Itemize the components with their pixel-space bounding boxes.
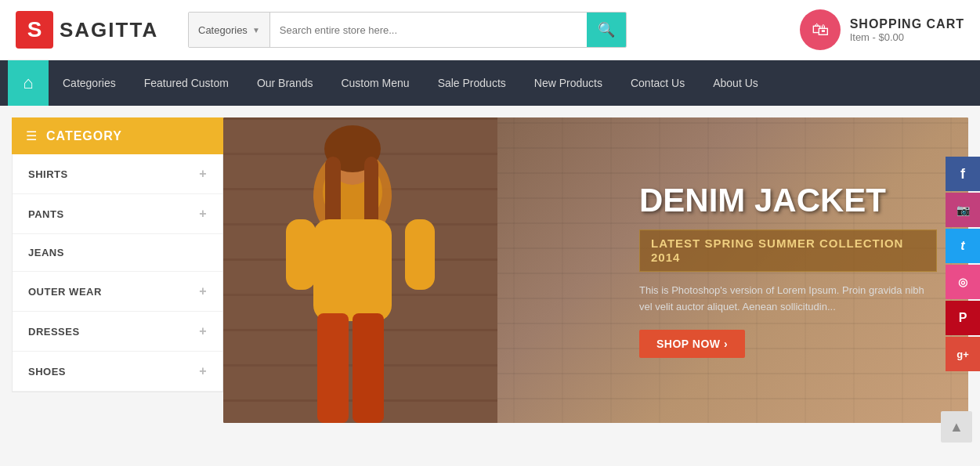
cart-title: SHOPPING CART — [850, 17, 964, 31]
banner-area: DENIM JACKET LATEST SPRING SUMMER COLLEC… — [223, 117, 968, 423]
search-input[interactable] — [270, 13, 587, 47]
nav-item-brands[interactable]: Our Brands — [243, 60, 327, 106]
banner-text-area: DENIM JACKET LATEST SPRING SUMMER COLLEC… — [639, 182, 937, 358]
sidebar-item-shoes[interactable]: SHOES + — [13, 352, 222, 392]
banner-person-area — [223, 117, 497, 423]
sidebar-item-label: DRESSES — [28, 326, 80, 338]
sidebar-list: SHIRTS + PANTS + JEANS OUTER WEAR + DRES… — [12, 154, 223, 392]
search-button[interactable]: 🔍 — [587, 13, 626, 47]
sidebar-item-label: JEANS — [28, 247, 64, 258]
logo-area: S SAGITTA — [16, 11, 172, 49]
search-area: Categories ▼ 🔍 — [188, 12, 627, 48]
sidebar-item-label: SHIRTS — [28, 168, 68, 180]
sidebar-item-jeans[interactable]: JEANS — [13, 234, 222, 272]
nav-item-featured[interactable]: Featured Custom — [130, 60, 243, 106]
dribbble-button[interactable]: ◎ — [946, 265, 980, 299]
google-plus-button[interactable]: g+ — [946, 337, 980, 371]
nav-item-sale[interactable]: Sale Products — [424, 60, 520, 106]
header: S SAGITTA Categories ▼ 🔍 🛍 SHOPPING CART… — [0, 0, 980, 60]
plus-icon: + — [199, 207, 207, 221]
navbar: ⌂ Categories Featured Custom Our Brands … — [0, 60, 980, 106]
plus-icon: + — [199, 324, 207, 338]
category-dropdown[interactable]: Categories ▼ — [189, 13, 270, 47]
sidebar-item-label: OUTER WEAR — [28, 286, 102, 298]
cart-sub: Item - $0.00 — [850, 31, 964, 43]
svg-rect-19 — [317, 313, 349, 423]
svg-rect-20 — [353, 313, 384, 423]
banner-title: DENIM JACKET — [639, 182, 937, 219]
logo-s-icon: S — [16, 11, 53, 49]
sidebar-item-label: SHOES — [28, 366, 66, 377]
sidebar-item-shirts[interactable]: SHIRTS + — [13, 154, 222, 194]
plus-icon: + — [199, 167, 207, 181]
svg-rect-18 — [405, 219, 435, 290]
nav-home-button[interactable]: ⌂ — [8, 60, 49, 106]
chevron-down-icon: ▼ — [252, 26, 260, 34]
cart-icon[interactable]: 🛍 — [800, 9, 841, 50]
plus-icon: + — [199, 284, 207, 298]
main-content: ☰ CATEGORY SHIRTS + PANTS + JEANS OUTER … — [0, 106, 980, 423]
cart-bag-icon: 🛍 — [812, 20, 829, 40]
chevron-up-icon: ▲ — [949, 419, 964, 424]
sidebar-item-dresses[interactable]: DRESSES + — [13, 312, 222, 352]
banner-subtitle-box: LATEST SPRING SUMMER COLLECTION 2014 — [639, 229, 937, 272]
sidebar-item-label: PANTS — [28, 208, 64, 220]
menu-lines-icon: ☰ — [26, 128, 37, 143]
home-icon: ⌂ — [23, 73, 33, 93]
category-label: Categories — [198, 24, 248, 36]
facebook-button[interactable]: f — [946, 157, 980, 191]
nav-item-categories[interactable]: Categories — [49, 60, 130, 106]
logo-name: SAGITTA — [60, 18, 158, 42]
instagram-button[interactable]: 📷 — [946, 193, 980, 227]
twitter-button[interactable]: t — [946, 229, 980, 263]
nav-item-custom-menu[interactable]: Custom Menu — [327, 60, 423, 106]
banner-subtitle: LATEST SPRING SUMMER COLLECTION 2014 — [651, 237, 903, 264]
cart-info: SHOPPING CART Item - $0.00 — [850, 17, 964, 43]
sidebar-item-outerwear[interactable]: OUTER WEAR + — [13, 272, 222, 312]
cart-area: 🛍 SHOPPING CART Item - $0.00 — [800, 9, 964, 50]
plus-icon: + — [199, 364, 207, 378]
sidebar-header: ☰ CATEGORY — [12, 117, 223, 154]
svg-rect-16 — [313, 219, 392, 321]
sidebar: ☰ CATEGORY SHIRTS + PANTS + JEANS OUTER … — [12, 117, 223, 423]
banner-description: This is Photoshop's version of Lorem Ips… — [639, 283, 937, 316]
nav-item-about[interactable]: About Us — [699, 60, 772, 106]
svg-rect-17 — [286, 219, 316, 290]
scroll-to-top-button[interactable]: ▲ — [941, 411, 972, 423]
svg-rect-1 — [223, 117, 497, 120]
svg-rect-15 — [364, 157, 378, 227]
shop-now-button[interactable]: SHOP NOW — [639, 330, 745, 358]
pinterest-button[interactable]: P — [946, 301, 980, 335]
sidebar-category-label: CATEGORY — [46, 129, 122, 143]
search-icon: 🔍 — [598, 21, 615, 38]
banner-wood-svg — [223, 117, 497, 423]
social-sidebar: f 📷 t ◎ P g+ — [946, 157, 980, 371]
nav-item-contact[interactable]: Contact Us — [617, 60, 699, 106]
sidebar-item-pants[interactable]: PANTS + — [13, 194, 222, 234]
nav-item-new[interactable]: New Products — [520, 60, 617, 106]
